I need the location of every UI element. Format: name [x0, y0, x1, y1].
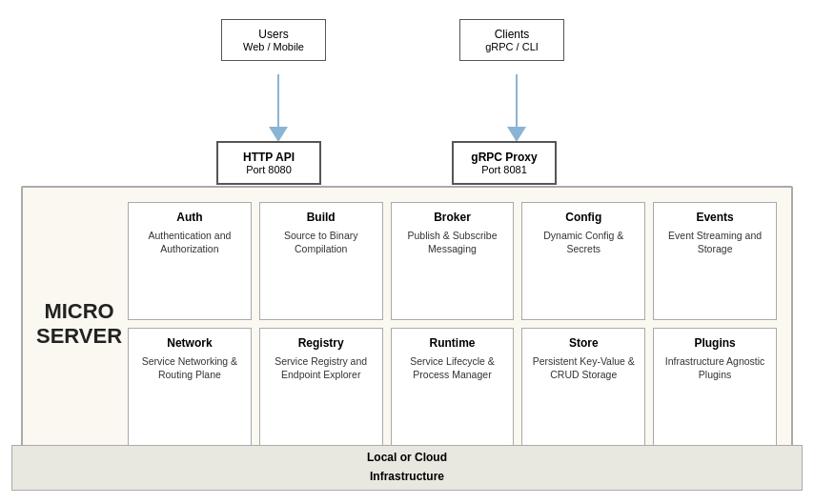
plugins-title: Plugins — [694, 336, 735, 350]
store-title: Store — [569, 336, 599, 350]
http-api-box: HTTP API Port 8080 — [216, 141, 321, 185]
build-title: Build — [307, 211, 336, 224]
network-desc: Service Networking & Routing Plane — [134, 354, 245, 382]
service-auth: Auth Authentication and Authorization — [128, 202, 252, 320]
clients-label: Clients — [478, 28, 546, 41]
broker-desc: Publish & Subscribe Messaging — [397, 229, 508, 256]
architecture-diagram: Users Web / Mobile Clients gRPC / CLI HT… — [11, 10, 803, 495]
service-runtime: Runtime Service Lifecycle & Process Mana… — [391, 328, 515, 446]
build-desc: Source to Binary Compilation — [266, 229, 376, 256]
clients-sublabel: gRPC / CLI — [478, 41, 546, 52]
users-label: Users — [239, 28, 308, 41]
grpc-proxy-box: gRPC Proxy Port 8081 — [452, 141, 557, 185]
users-arrow — [269, 74, 288, 142]
plugins-desc: Infrastructure Agnostic Plugins — [660, 354, 770, 382]
server-area: MICRO SERVER Auth Authentication and Aut… — [21, 186, 793, 462]
service-registry: Registry Service Registry and Endpoint E… — [259, 328, 383, 446]
http-api-port: Port 8080 — [235, 164, 302, 175]
services-grid: Auth Authentication and Authorization Bu… — [128, 202, 777, 446]
registry-title: Registry — [298, 336, 344, 350]
auth-desc: Authentication and Authorization — [134, 229, 245, 256]
service-plugins: Plugins Infrastructure Agnostic Plugins — [653, 328, 777, 446]
service-build: Build Source to Binary Compilation — [259, 202, 383, 320]
http-api-title: HTTP API — [235, 151, 302, 164]
clients-arrow — [507, 74, 526, 142]
events-desc: Event Streaming and Storage — [660, 229, 770, 256]
clients-box: Clients gRPC / CLI — [459, 19, 564, 61]
broker-title: Broker — [434, 211, 471, 224]
server-label: MICRO SERVER — [36, 298, 122, 349]
config-title: Config — [565, 211, 601, 224]
users-box: Users Web / Mobile — [221, 19, 326, 61]
auth-title: Auth — [176, 211, 202, 224]
service-events: Events Event Streaming and Storage — [653, 202, 777, 320]
service-config: Config Dynamic Config & Secrets — [521, 202, 645, 320]
grpc-proxy-title: gRPC Proxy — [471, 151, 538, 164]
service-network: Network Service Networking & Routing Pla… — [128, 328, 252, 446]
registry-desc: Service Registry and Endpoint Explorer — [266, 354, 376, 382]
runtime-desc: Service Lifecycle & Process Manager — [397, 354, 508, 382]
runtime-title: Runtime — [429, 336, 475, 350]
store-desc: Persistent Key-Value & CRUD Storage — [528, 354, 639, 382]
infrastructure-box: Local or Cloud Infrastructure — [11, 445, 803, 491]
events-title: Events — [696, 211, 733, 224]
service-broker: Broker Publish & Subscribe Messaging — [391, 202, 515, 320]
infra-text: Local or Cloud Infrastructure — [367, 449, 447, 485]
users-sublabel: Web / Mobile — [239, 41, 308, 52]
service-store: Store Persistent Key-Value & CRUD Storag… — [521, 328, 645, 446]
grpc-proxy-port: Port 8081 — [471, 164, 538, 175]
network-title: Network — [167, 336, 212, 350]
config-desc: Dynamic Config & Secrets — [528, 229, 639, 256]
